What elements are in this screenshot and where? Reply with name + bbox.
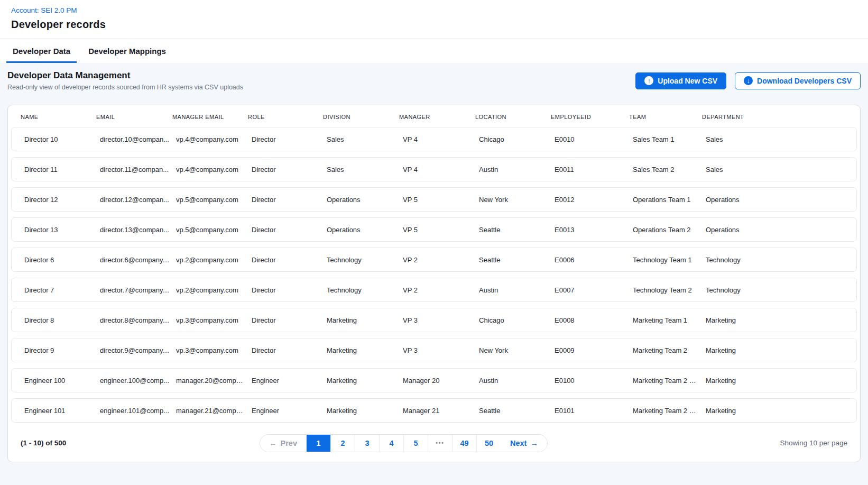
column-header: MANAGER — [399, 114, 475, 120]
tab-developer-mappings[interactable]: Developer Mappings — [82, 39, 172, 63]
table-cell: Sales Team 1 — [633, 135, 706, 143]
table-cell: Manager 21 — [403, 407, 479, 415]
table-cell: Seattle — [479, 226, 555, 234]
table-cell: Director 11 — [24, 166, 100, 173]
table-cell: VP 2 — [403, 286, 479, 294]
table-cell: Technology Team 2 — [633, 286, 706, 294]
pagination-page-49[interactable]: 49 — [453, 435, 477, 452]
table-cell: New York — [479, 196, 555, 204]
table-row: Director 10director.10@compan...vp.4@com… — [11, 127, 857, 151]
table-cell: Director 9 — [24, 346, 100, 354]
table-cell: Marketing — [706, 407, 844, 415]
table-cell: Operations Team 2 — [633, 226, 706, 234]
table-cell: Director 6 — [24, 256, 100, 264]
table-cell: Austin — [479, 286, 555, 294]
table-cell: vp.3@company.com — [176, 316, 252, 324]
table-cell: Director 10 — [24, 135, 100, 143]
pagination-prev-button[interactable]: ← Prev — [260, 435, 307, 452]
pagination-page-3[interactable]: 3 — [355, 435, 380, 452]
table-cell: VP 5 — [403, 196, 479, 204]
upload-icon: ↑ — [644, 76, 653, 85]
section-header: Developer Data Management Read-only view… — [7, 70, 861, 91]
table-cell: New York — [479, 346, 555, 354]
table-row: Director 12director.12@compan...vp.5@com… — [11, 187, 857, 212]
table-cell: director.13@compan... — [100, 226, 176, 234]
table-cell: Marketing — [327, 407, 403, 415]
table-cell: E0009 — [555, 346, 633, 354]
table-row: Engineer 101engineer.101@comp...manager.… — [11, 398, 857, 423]
table-cell: engineer.101@comp... — [100, 407, 176, 415]
table-cell: director.12@compan... — [100, 196, 176, 204]
table-cell: vp.2@company.com — [176, 286, 252, 294]
table-row: Director 13director.13@compan...vp.5@com… — [11, 217, 857, 242]
table-cell: VP 3 — [403, 346, 479, 354]
table-cell: Engineer — [252, 377, 327, 385]
table-cell: E0101 — [555, 407, 633, 415]
column-header: ROLE — [248, 114, 323, 120]
table-cell: manager.20@compa... — [176, 377, 252, 385]
table-cell: VP 4 — [403, 135, 479, 143]
table-cell: Technology — [327, 286, 403, 294]
table-cell: E0011 — [555, 166, 633, 173]
table-cell: Sales Team 2 — [633, 166, 706, 173]
table-cell: Engineer 101 — [24, 407, 100, 415]
table-cell: Seattle — [479, 256, 555, 264]
table-cell: E0008 — [555, 316, 633, 324]
table-cell: Sales — [706, 166, 844, 173]
table-cell: Austin — [479, 166, 555, 173]
table-cell: E0100 — [555, 377, 633, 385]
column-header: NAME — [21, 114, 96, 120]
table-cell: E0006 — [555, 256, 633, 264]
table-cell: Director — [252, 316, 327, 324]
table-cell: Director 8 — [24, 316, 100, 324]
pagination-control: ← Prev 12345•••4950 Next → — [260, 434, 548, 452]
table-cell: Marketing — [327, 346, 403, 354]
table-cell: director.10@compan... — [100, 135, 176, 143]
table-cell: vp.4@company.com — [176, 135, 252, 143]
table-cell: Technology — [706, 286, 844, 294]
table-cell: Sales — [706, 135, 844, 143]
pagination-page-50[interactable]: 50 — [477, 435, 501, 452]
upload-new-csv-button[interactable]: ↑ Upload New CSV — [635, 72, 726, 89]
table-cell: director.6@company.... — [100, 256, 176, 264]
table-cell: E0013 — [555, 226, 633, 234]
account-breadcrumb-link[interactable]: Account: SEI 2.0 PM — [11, 6, 77, 14]
column-header: DEPARTMENT — [702, 114, 847, 120]
pagination-page-2[interactable]: 2 — [331, 435, 355, 452]
table-cell: Chicago — [479, 316, 555, 324]
pagination-ellipsis: ••• — [428, 435, 453, 452]
pagination-range-label: (1 - 10) of 500 — [21, 439, 66, 447]
table-cell: vp.3@company.com — [176, 346, 252, 354]
table-cell: director.8@company.... — [100, 316, 176, 324]
table-cell: Technology Team 1 — [633, 256, 706, 264]
download-developers-csv-button[interactable]: ↓ Download Developers CSV — [735, 72, 861, 89]
page-title: Developer records — [11, 19, 857, 31]
section-subtitle: Read-only view of developer records sour… — [7, 84, 243, 91]
table-row: Director 9director.9@company....vp.3@com… — [11, 338, 857, 362]
table-cell: Technology — [706, 256, 844, 264]
table-row: Director 6director.6@company....vp.2@com… — [11, 248, 857, 272]
table-cell: Director — [252, 135, 327, 143]
section-header-text: Developer Data Management Read-only view… — [7, 70, 243, 91]
table-cell: VP 4 — [403, 166, 479, 173]
tab-bar: Developer Data Developer Mappings — [0, 39, 868, 63]
table-cell: manager.21@compa... — [176, 407, 252, 415]
pagination-prev-label: Prev — [281, 439, 297, 447]
section-title: Developer Data Management — [7, 70, 243, 81]
table-cell: VP 5 — [403, 226, 479, 234]
table-cell: Director — [252, 286, 327, 294]
table-cell: Technology — [327, 256, 403, 264]
pagination-page-1[interactable]: 1 — [307, 435, 331, 452]
table-cell: Director — [252, 226, 327, 234]
pagination-page-4[interactable]: 4 — [380, 435, 404, 452]
table-cell: Austin — [479, 377, 555, 385]
table-cell: director.9@company.... — [100, 346, 176, 354]
table-cell: VP 3 — [403, 316, 479, 324]
column-header: MANAGER EMAIL — [172, 114, 248, 120]
pagination-next-button[interactable]: Next → — [501, 435, 547, 452]
table-cell: vp.5@company.com — [176, 196, 252, 204]
pagination-page-5[interactable]: 5 — [404, 435, 428, 452]
tab-developer-data[interactable]: Developer Data — [6, 39, 77, 63]
table-cell: Operations — [706, 196, 844, 204]
table-cell: Marketing — [706, 346, 844, 354]
